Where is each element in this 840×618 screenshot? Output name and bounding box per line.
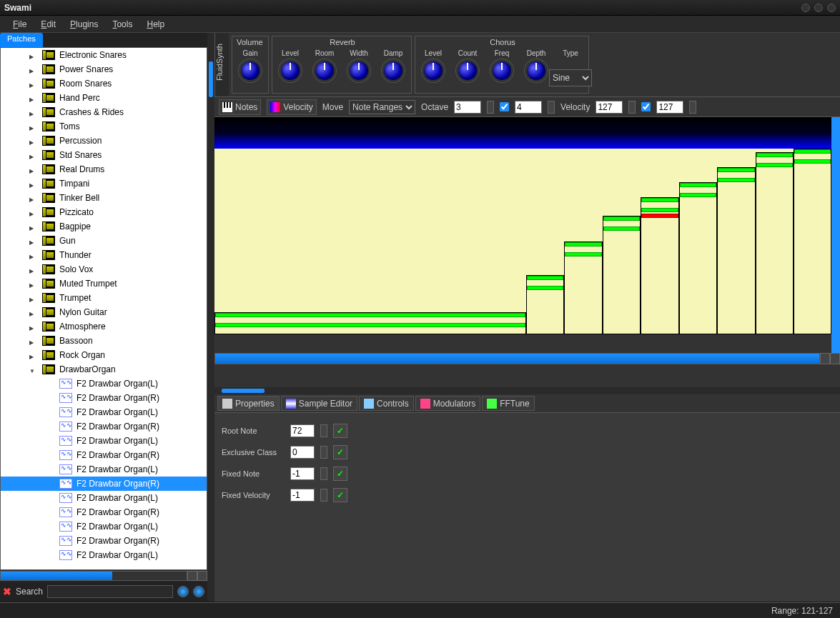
expand-icon[interactable] <box>29 251 38 259</box>
note-zone[interactable] <box>794 149 831 334</box>
tree-sample[interactable]: F2 Drawbar Organ(R) <box>1 505 207 519</box>
tree-sample[interactable]: F2 Drawbar Organ(L) <box>1 519 207 534</box>
tree-folder[interactable]: Real Drums <box>1 162 207 176</box>
spinner-icon[interactable] <box>487 101 494 114</box>
velocity-link-check[interactable] <box>641 102 651 111</box>
menu-tools[interactable]: Tools <box>105 19 139 29</box>
note-zone[interactable] <box>603 216 641 334</box>
gain-knob[interactable] <box>239 59 262 82</box>
tree-folder[interactable]: Power Snares <box>1 62 207 76</box>
freq-knob[interactable] <box>490 59 513 82</box>
tree-sample[interactable]: F2 Drawbar Organ(L) <box>1 434 207 448</box>
root-note-input[interactable] <box>290 424 315 437</box>
note-zone[interactable] <box>564 241 603 334</box>
tree-sample[interactable]: F2 Drawbar Organ(L) <box>1 491 207 505</box>
expand-icon[interactable] <box>29 265 38 274</box>
tree-folder[interactable]: Nylon Guitar <box>1 305 207 319</box>
tree-folder[interactable]: Toms <box>1 119 207 134</box>
tab-modulators[interactable]: Modulators <box>415 396 480 411</box>
root-note-apply[interactable]: ✓ <box>333 424 347 438</box>
expand-icon[interactable] <box>29 122 38 131</box>
note-zone[interactable] <box>717 167 756 334</box>
spinner-icon[interactable] <box>689 101 696 114</box>
spinner-icon[interactable] <box>320 467 327 480</box>
search-input[interactable] <box>47 585 173 598</box>
expand-icon[interactable] <box>29 351 38 359</box>
damp-knob[interactable] <box>382 59 405 82</box>
expand-icon[interactable] <box>29 94 38 102</box>
chorus-type-select[interactable]: Sine <box>549 69 592 86</box>
close-button[interactable] <box>827 4 836 12</box>
tree-folder[interactable]: Room Snares <box>1 76 207 91</box>
horizontal-splitter[interactable] <box>214 387 840 394</box>
expand-icon[interactable] <box>29 279 38 288</box>
velocity-2-input[interactable] <box>656 101 683 114</box>
level-knob[interactable] <box>422 59 445 82</box>
tree-folder[interactable]: Muted Trumpet <box>1 276 207 291</box>
spinner-icon[interactable] <box>320 424 327 437</box>
tree-hscroll[interactable] <box>0 570 207 582</box>
depth-knob[interactable] <box>525 59 548 82</box>
octave-1-input[interactable] <box>454 101 481 114</box>
velocity-mode-button[interactable]: Velocity <box>267 99 316 115</box>
minimize-button[interactable] <box>801 4 810 12</box>
tree-folder[interactable]: Pizzicato <box>1 205 207 219</box>
menu-file[interactable]: File <box>6 19 34 29</box>
room-knob[interactable] <box>313 59 336 82</box>
tree-folder[interactable]: Hand Perc <box>1 91 207 105</box>
editor-hscroll[interactable] <box>214 353 840 364</box>
note-area[interactable] <box>214 149 831 334</box>
search-prev-button[interactable] <box>177 586 189 597</box>
tree-sample[interactable]: F2 Drawbar Organ(L) <box>1 462 207 477</box>
tree-folder[interactable]: Bassoon <box>1 334 207 348</box>
fixed-note-apply[interactable]: ✓ <box>333 467 347 481</box>
tab-properties[interactable]: Properties <box>217 396 280 411</box>
maximize-button[interactable] <box>814 4 823 12</box>
expand-icon[interactable] <box>29 51 38 59</box>
expand-icon[interactable] <box>29 108 38 116</box>
menu-plugins[interactable]: Plugins <box>63 19 105 29</box>
menu-help[interactable]: Help <box>139 19 172 29</box>
tree-sample[interactable]: F2 Drawbar Organ(R) <box>1 419 207 434</box>
tab-sample[interactable]: Sample Editor <box>281 396 357 411</box>
tree-folder[interactable]: Thunder <box>1 248 207 262</box>
tab-controls[interactable]: Controls <box>359 396 414 411</box>
note-zone[interactable] <box>214 312 526 334</box>
expand-icon[interactable] <box>29 179 38 188</box>
note-zone[interactable] <box>756 152 794 334</box>
tree-sample[interactable]: F2 Drawbar Organ(R) <box>1 391 207 405</box>
tree-folder[interactable]: Tinker Bell <box>1 191 207 205</box>
fixed-velocity-apply[interactable]: ✓ <box>333 488 347 502</box>
exclusive-apply[interactable]: ✓ <box>333 445 347 459</box>
spinner-icon[interactable] <box>548 101 555 114</box>
note-zone[interactable] <box>526 275 565 334</box>
octave-link-check[interactable] <box>500 102 509 111</box>
spinner-icon[interactable] <box>320 489 327 502</box>
expand-icon[interactable] <box>29 165 38 174</box>
tree-folder[interactable]: Crashes & Rides <box>1 105 207 119</box>
collapse-icon[interactable] <box>29 365 38 374</box>
spinner-icon[interactable] <box>628 101 636 114</box>
tree-sample[interactable]: F2 Drawbar Organ(L) <box>1 405 207 419</box>
exclusive-input[interactable] <box>290 446 315 459</box>
width-knob[interactable] <box>347 59 370 82</box>
expand-icon[interactable] <box>29 194 38 202</box>
expand-icon[interactable] <box>29 236 38 245</box>
notes-mode-button[interactable]: Notes <box>219 99 261 115</box>
tree-folder[interactable]: Percussion <box>1 134 207 148</box>
tree-folder[interactable]: Std Snares <box>1 148 207 162</box>
expand-icon[interactable] <box>29 337 38 345</box>
tree-folder[interactable]: Solo Vox <box>1 262 207 276</box>
tree-folder[interactable]: Trumpet <box>1 291 207 305</box>
expand-icon[interactable] <box>29 136 38 145</box>
expand-icon[interactable] <box>29 294 38 302</box>
clear-search-icon[interactable]: ✖ <box>3 586 11 597</box>
note-zone[interactable] <box>679 182 718 334</box>
expand-icon[interactable] <box>29 79 38 88</box>
tree-folder[interactable]: Rock Organ <box>1 348 207 362</box>
velocity-1-input[interactable] <box>596 101 623 114</box>
expand-icon[interactable] <box>29 222 38 231</box>
tree-folder[interactable]: Electronic Snares <box>1 48 207 62</box>
expand-icon[interactable] <box>29 322 38 331</box>
fixed-velocity-input[interactable] <box>290 489 315 502</box>
